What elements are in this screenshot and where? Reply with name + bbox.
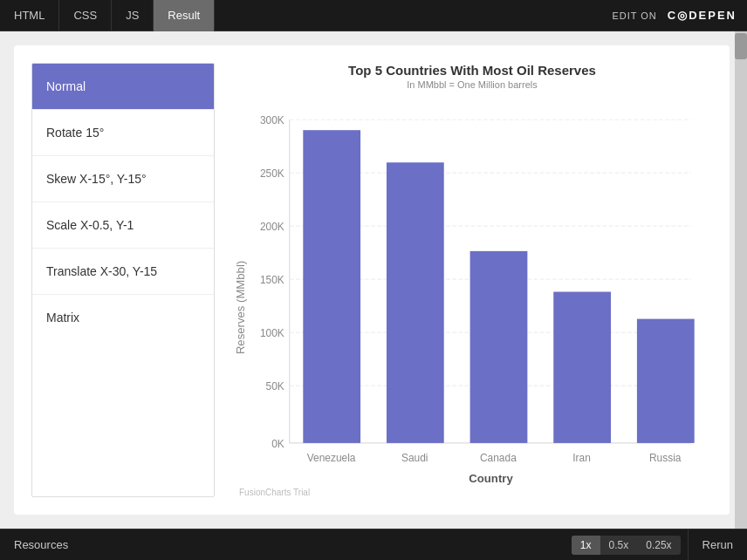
bar-chart-svg: Reserves (MMbbl) 300K 250K: [232, 97, 712, 497]
svg-text:250K: 250K: [260, 167, 284, 180]
card-inner: Normal Rotate 15° Skew X-15°, Y-15° Scal…: [31, 63, 712, 497]
tab-js[interactable]: JS: [112, 0, 154, 31]
menu-item-translate[interactable]: Translate X-30, Y-15: [32, 249, 214, 295]
zoom-group: 1x 0.5x 0.25x: [572, 536, 681, 555]
svg-text:0K: 0K: [271, 438, 284, 450]
tab-css[interactable]: CSS: [59, 0, 112, 31]
chart-area: Top 5 Countries With Most Oil Reserves I…: [232, 63, 712, 497]
codepen-logo: C◎DEPEN: [668, 9, 747, 22]
svg-text:Russia: Russia: [649, 452, 682, 464]
menu-item-skew[interactable]: Skew X-15°, Y-15°: [32, 156, 214, 202]
main-card: Normal Rotate 15° Skew X-15°, Y-15° Scal…: [14, 45, 730, 515]
svg-text:Saudi: Saudi: [401, 452, 428, 464]
scroll-track[interactable]: [735, 31, 747, 529]
menu-item-rotate[interactable]: Rotate 15°: [32, 110, 214, 156]
chart-title: Top 5 Countries With Most Oil Reserves: [348, 63, 596, 78]
svg-text:Venezuela: Venezuela: [307, 452, 356, 464]
menu-item-scale[interactable]: Scale X-0.5, Y-1: [32, 202, 214, 249]
bar-venezuela: [303, 130, 360, 443]
svg-text:200K: 200K: [260, 221, 284, 233]
svg-text:150K: 150K: [260, 274, 284, 286]
svg-text:Canada: Canada: [480, 452, 517, 464]
menu-item-normal[interactable]: Normal: [32, 64, 214, 110]
scroll-thumb[interactable]: [735, 33, 747, 59]
top-bar: HTML CSS JS Result EDIT ON C◎DEPEN: [0, 0, 747, 31]
y-axis-label: Reserves (MMbbl): [234, 261, 247, 354]
zoom-1x-button[interactable]: 1x: [572, 536, 600, 555]
resources-button[interactable]: Resources: [0, 529, 82, 561]
bar-iran: [553, 292, 611, 443]
svg-text:Iran: Iran: [572, 452, 591, 464]
chart-subtitle: In MMbbl = One Million barrels: [407, 79, 537, 90]
bar-russia: [637, 319, 695, 443]
bar-canada: [470, 251, 528, 443]
tab-html[interactable]: HTML: [0, 0, 59, 31]
fusioncharts-watermark: FusionCharts Trial: [239, 488, 310, 497]
menu-item-matrix[interactable]: Matrix: [32, 295, 214, 340]
bottom-bar: Resources 1x 0.5x 0.25x Rerun: [0, 529, 747, 560]
tab-result[interactable]: Result: [154, 0, 215, 31]
svg-text:100K: 100K: [260, 327, 284, 339]
transform-menu: Normal Rotate 15° Skew X-15°, Y-15° Scal…: [31, 63, 215, 497]
chart-svg-container: Reserves (MMbbl) 300K 250K: [232, 97, 712, 497]
svg-text:300K: 300K: [260, 114, 284, 126]
edit-on-label: EDIT ON: [612, 10, 667, 21]
svg-text:50K: 50K: [266, 380, 284, 393]
bar-saudi: [387, 162, 444, 443]
rerun-button[interactable]: Rerun: [688, 529, 747, 561]
content-area: Normal Rotate 15° Skew X-15°, Y-15° Scal…: [0, 31, 747, 529]
zoom-0.25x-button[interactable]: 0.25x: [637, 536, 680, 555]
zoom-0.5x-button[interactable]: 0.5x: [600, 536, 638, 555]
x-axis-label: Country: [469, 472, 513, 485]
